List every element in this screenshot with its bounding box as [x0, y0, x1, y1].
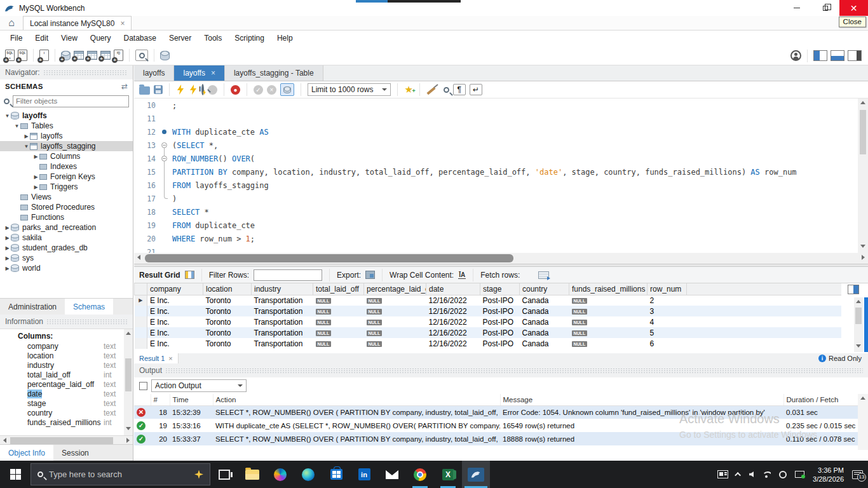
tree-item-student-grades-db[interactable]: ▶student_grades_db [0, 243, 133, 253]
tree-item-layoffs-stagging[interactable]: ▼layoffs_stagging [0, 141, 133, 151]
scroll-right-icon[interactable] [858, 253, 868, 262]
output-type-dropdown[interactable]: Action Output [151, 379, 247, 392]
tree-collapse-icon[interactable]: ▼ [23, 144, 30, 149]
column-info-item[interactable]: total_laid_offint [0, 370, 133, 380]
grid-cell[interactable]: 12/16/2022 [426, 316, 480, 327]
row-limit-dropdown[interactable]: Limit to 1000 rows [308, 83, 391, 96]
create-schema-icon[interactable] [61, 51, 71, 60]
grid-cell[interactable]: Toronto [203, 295, 252, 306]
grid-row[interactable]: E Inc.TorontoTransportationNULLNULL12/16… [135, 316, 843, 327]
edge-button[interactable] [294, 461, 322, 488]
execute-current-statement-icon[interactable] [189, 85, 198, 95]
chrome-button[interactable] [406, 461, 434, 488]
tree-expand-icon[interactable]: ▶ [4, 255, 11, 261]
editor-tab-layoffs[interactable]: layoffs× [174, 65, 224, 81]
grid-column-header-date[interactable]: date [426, 283, 480, 295]
grid-cell[interactable]: Post-IPO [480, 316, 520, 327]
restore-button[interactable] [811, 0, 839, 16]
microsoft-store-button[interactable] [322, 461, 350, 488]
grid-row[interactable]: E Inc.TorontoTransportationNULLNULL12/16… [135, 306, 843, 316]
grid-cell[interactable]: E Inc. [147, 295, 203, 306]
connection-tab[interactable]: Local instance MySQL80 × [23, 16, 132, 30]
reconnect-dbms-icon[interactable] [160, 51, 170, 60]
tree-collapse-icon[interactable]: ▼ [13, 123, 20, 129]
grid-vertical-scrollbar[interactable] [854, 297, 863, 352]
grid-cell[interactable]: Canada [520, 295, 569, 306]
fold-toggle-icon[interactable] [161, 142, 167, 148]
grid-row-selector[interactable]: ▶ [135, 295, 147, 306]
onedrive-icon[interactable] [779, 471, 787, 478]
info-vertical-scrollbar[interactable] [124, 329, 133, 435]
grid-cell[interactable]: NULL [313, 295, 364, 306]
explain-plan-icon[interactable] [201, 85, 204, 94]
grid-cell[interactable]: NULL [313, 327, 364, 338]
inspector-icon[interactable]: i [39, 50, 49, 61]
grid-cell[interactable]: NULL [313, 338, 364, 349]
column-info-item[interactable]: datetext [0, 390, 133, 399]
menu-database[interactable]: Database [118, 31, 163, 45]
stop-on-error-toggle-icon[interactable]: ● [231, 85, 240, 95]
tree-expand-icon[interactable]: ▶ [32, 154, 39, 159]
grid-cell[interactable]: 2 [648, 295, 687, 306]
column-info-item[interactable]: locationtext [0, 351, 133, 361]
volume-icon[interactable] [749, 471, 754, 477]
grid-cell[interactable]: Toronto [203, 316, 252, 327]
grid-cell[interactable]: 12/16/2022 [426, 306, 480, 316]
tree-item-layoffs[interactable]: ▼layoffs [0, 111, 133, 121]
grid-cell[interactable]: Canada [520, 338, 569, 349]
menu-view[interactable]: View [55, 31, 84, 45]
tree-item-triggers[interactable]: ▶Triggers [0, 182, 133, 192]
mail-button[interactable] [378, 461, 406, 488]
grid-cell[interactable]: NULL [364, 306, 426, 316]
column-info-item[interactable]: countrytext [0, 409, 133, 418]
tree-item-functions[interactable]: Functions [0, 212, 133, 222]
excel-button[interactable]: X [434, 461, 462, 488]
tree-item-sys[interactable]: ▶sys [0, 253, 133, 263]
editor-tab-layoffs-stagging-table[interactable]: layoffs_stagging - Table [225, 65, 323, 81]
grid-cell[interactable]: Post-IPO [480, 327, 520, 338]
tree-item-sakila[interactable]: ▶sakila [0, 233, 133, 243]
export-recordset-icon[interactable] [365, 271, 375, 279]
form-editor-toggle-icon[interactable] [848, 285, 859, 294]
autocommit-toggle-icon[interactable] [280, 83, 294, 96]
open-file-icon[interactable] [139, 86, 150, 95]
menu-help[interactable]: Help [271, 31, 299, 45]
grid-row[interactable]: E Inc.TorontoTransportationNULLNULL12/16… [135, 338, 843, 349]
grid-cell[interactable]: E Inc. [147, 327, 203, 338]
grid-cell[interactable]: Canada [520, 327, 569, 338]
fetch-rows-icon[interactable] [538, 271, 549, 279]
menu-scripting[interactable]: Scripting [228, 31, 271, 45]
grid-column-header-country[interactable]: country [520, 283, 569, 295]
tab-object-info[interactable]: Object Info [0, 445, 53, 461]
notification-center-icon[interactable]: 13 [852, 470, 863, 479]
tree-item-indexes[interactable]: Indexes [0, 161, 133, 172]
linkedin-button[interactable]: in [350, 461, 378, 488]
grid-row-selector[interactable] [135, 327, 147, 338]
tree-expand-icon[interactable]: ▶ [23, 133, 30, 139]
close-button[interactable]: ✕ [839, 0, 868, 16]
scrollbar-thumb[interactable] [125, 358, 132, 391]
grid-cell[interactable]: Toronto [203, 306, 252, 316]
toggle-sidebar-icon[interactable] [813, 50, 827, 61]
output-log-row[interactable]: ✕1815:32:39SELECT *, ROW_NUMBER() OVER (… [134, 405, 858, 419]
grid-cell[interactable]: Transportation [252, 306, 313, 316]
scroll-up-icon[interactable] [860, 396, 865, 400]
copilot-button[interactable] [266, 461, 294, 488]
output-vertical-scrollbar[interactable] [858, 394, 868, 450]
grid-cell[interactable]: NULL [313, 306, 364, 316]
grid-row[interactable]: ▶E Inc.TorontoTransportationNULLNULL12/1… [135, 295, 843, 306]
taskbar-search[interactable]: Type here to search [31, 463, 210, 485]
home-button[interactable]: ⌂ [0, 15, 23, 30]
create-procedure-icon[interactable] [100, 51, 111, 60]
toggle-output-panel-icon[interactable] [831, 50, 844, 61]
connection-tab-close-icon[interactable]: × [120, 19, 125, 28]
scroll-left-icon[interactable] [134, 253, 144, 262]
execute-query-icon[interactable] [176, 85, 185, 95]
grid-cell[interactable]: Post-IPO [480, 338, 520, 349]
start-button[interactable] [0, 461, 31, 488]
scroll-up-icon[interactable] [126, 332, 131, 335]
menu-tools[interactable]: Tools [198, 31, 228, 45]
result-tab[interactable]: Result 1 × [134, 353, 179, 363]
menu-query[interactable]: Query [84, 31, 118, 45]
scrollbar-thumb[interactable] [860, 110, 866, 154]
